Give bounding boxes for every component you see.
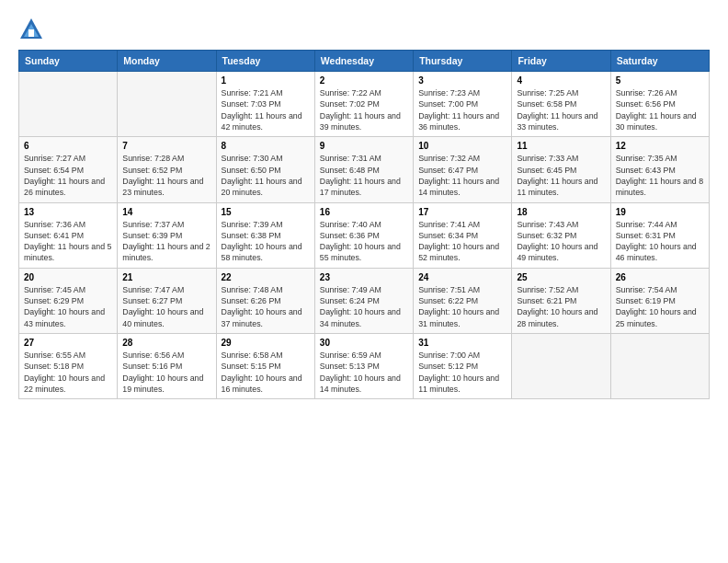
calendar-cell	[512, 334, 610, 399]
day-info: Sunrise: 7:47 AMSunset: 6:27 PMDaylight:…	[122, 284, 210, 329]
day-info: Sunrise: 7:48 AMSunset: 6:26 PMDaylight:…	[222, 284, 310, 329]
day-number: 5	[616, 75, 704, 86]
day-info: Sunrise: 7:45 AMSunset: 6:29 PMDaylight:…	[24, 284, 112, 329]
day-info: Sunrise: 7:33 AMSunset: 6:45 PMDaylight:…	[517, 153, 605, 198]
calendar-cell: 18Sunrise: 7:43 AMSunset: 6:32 PMDayligh…	[512, 202, 610, 268]
calendar-cell: 6Sunrise: 7:27 AMSunset: 6:54 PMDaylight…	[19, 137, 118, 202]
day-info: Sunrise: 7:26 AMSunset: 6:56 PMDaylight:…	[616, 87, 704, 132]
calendar-cell: 26Sunrise: 7:54 AMSunset: 6:19 PMDayligh…	[610, 268, 709, 333]
day-info: Sunrise: 7:51 AMSunset: 6:22 PMDaylight:…	[418, 284, 506, 329]
day-info: Sunrise: 7:36 AMSunset: 6:41 PMDaylight:…	[24, 219, 112, 264]
calendar-cell: 15Sunrise: 7:39 AMSunset: 6:38 PMDayligh…	[216, 202, 314, 268]
day-info: Sunrise: 7:25 AMSunset: 6:58 PMDaylight:…	[517, 87, 605, 132]
calendar-cell: 8Sunrise: 7:30 AMSunset: 6:50 PMDaylight…	[216, 137, 314, 202]
day-info: Sunrise: 6:55 AMSunset: 5:18 PMDaylight:…	[24, 350, 112, 395]
calendar-cell: 31Sunrise: 7:00 AMSunset: 5:12 PMDayligh…	[414, 334, 512, 399]
calendar-cell: 27Sunrise: 6:55 AMSunset: 5:18 PMDayligh…	[19, 334, 118, 399]
day-info: Sunrise: 7:52 AMSunset: 6:21 PMDaylight:…	[517, 284, 605, 329]
calendar-cell: 16Sunrise: 7:40 AMSunset: 6:36 PMDayligh…	[314, 202, 413, 268]
day-number: 24	[418, 272, 506, 282]
calendar-cell: 7Sunrise: 7:28 AMSunset: 6:52 PMDaylight…	[118, 137, 216, 202]
day-number: 25	[517, 272, 605, 282]
day-info: Sunrise: 7:40 AMSunset: 6:36 PMDaylight:…	[320, 219, 408, 264]
calendar-cell: 13Sunrise: 7:36 AMSunset: 6:41 PMDayligh…	[19, 202, 118, 268]
day-number: 19	[616, 207, 704, 217]
calendar-cell: 11Sunrise: 7:33 AMSunset: 6:45 PMDayligh…	[512, 137, 610, 202]
day-number: 9	[320, 141, 408, 151]
day-number: 4	[517, 75, 605, 86]
day-info: Sunrise: 7:30 AMSunset: 6:50 PMDaylight:…	[222, 153, 310, 198]
day-number: 10	[418, 141, 506, 151]
day-info: Sunrise: 6:56 AMSunset: 5:16 PMDaylight:…	[122, 350, 210, 395]
calendar-cell: 19Sunrise: 7:44 AMSunset: 6:31 PMDayligh…	[610, 202, 709, 268]
calendar-cell: 20Sunrise: 7:45 AMSunset: 6:29 PMDayligh…	[19, 268, 118, 333]
calendar-cell: 17Sunrise: 7:41 AMSunset: 6:34 PMDayligh…	[414, 202, 512, 268]
day-info: Sunrise: 7:35 AMSunset: 6:43 PMDaylight:…	[616, 153, 704, 198]
day-number: 16	[320, 207, 408, 217]
day-info: Sunrise: 7:28 AMSunset: 6:52 PMDaylight:…	[122, 153, 210, 198]
day-info: Sunrise: 7:21 AMSunset: 7:03 PMDaylight:…	[222, 87, 310, 132]
calendar-table: SundayMondayTuesdayWednesdayThursdayFrid…	[18, 50, 710, 399]
weekday-header-monday: Monday	[118, 51, 216, 72]
calendar-cell: 21Sunrise: 7:47 AMSunset: 6:27 PMDayligh…	[118, 268, 216, 333]
day-number: 22	[222, 272, 310, 282]
calendar-cell	[610, 334, 709, 399]
weekday-header-friday: Friday	[512, 51, 610, 72]
calendar-cell: 25Sunrise: 7:52 AMSunset: 6:21 PMDayligh…	[512, 268, 610, 333]
day-number: 20	[24, 272, 112, 282]
weekday-header-wednesday: Wednesday	[314, 51, 413, 72]
day-number: 21	[122, 272, 210, 282]
day-number: 29	[222, 338, 310, 348]
day-info: Sunrise: 7:32 AMSunset: 6:47 PMDaylight:…	[418, 153, 506, 198]
calendar-cell: 24Sunrise: 7:51 AMSunset: 6:22 PMDayligh…	[414, 268, 512, 333]
day-number: 31	[418, 338, 506, 348]
day-info: Sunrise: 7:27 AMSunset: 6:54 PMDaylight:…	[24, 153, 112, 198]
day-number: 14	[122, 207, 210, 217]
calendar-cell	[19, 72, 118, 137]
day-info: Sunrise: 6:59 AMSunset: 5:13 PMDaylight:…	[320, 350, 408, 395]
day-number: 30	[320, 338, 408, 348]
day-number: 15	[222, 207, 310, 217]
day-number: 7	[122, 141, 210, 151]
day-number: 27	[24, 338, 112, 348]
logo-icon	[18, 17, 44, 42]
calendar-cell: 9Sunrise: 7:31 AMSunset: 6:48 PMDaylight…	[314, 137, 413, 202]
day-info: Sunrise: 7:22 AMSunset: 7:02 PMDaylight:…	[320, 87, 408, 132]
page-header	[18, 17, 710, 42]
weekday-header-saturday: Saturday	[610, 51, 709, 72]
day-info: Sunrise: 7:00 AMSunset: 5:12 PMDaylight:…	[418, 350, 506, 395]
day-info: Sunrise: 7:43 AMSunset: 6:32 PMDaylight:…	[517, 219, 605, 264]
svg-rect-2	[28, 29, 34, 37]
day-info: Sunrise: 7:39 AMSunset: 6:38 PMDaylight:…	[222, 219, 310, 264]
calendar-cell: 10Sunrise: 7:32 AMSunset: 6:47 PMDayligh…	[414, 137, 512, 202]
day-number: 8	[222, 141, 310, 151]
logo	[18, 17, 48, 42]
day-info: Sunrise: 7:41 AMSunset: 6:34 PMDaylight:…	[418, 219, 506, 264]
day-number: 13	[24, 207, 112, 217]
calendar-cell: 2Sunrise: 7:22 AMSunset: 7:02 PMDaylight…	[314, 72, 413, 137]
day-number: 1	[222, 75, 310, 86]
day-info: Sunrise: 7:54 AMSunset: 6:19 PMDaylight:…	[616, 284, 704, 329]
day-info: Sunrise: 7:49 AMSunset: 6:24 PMDaylight:…	[320, 284, 408, 329]
day-number: 23	[320, 272, 408, 282]
calendar-cell: 22Sunrise: 7:48 AMSunset: 6:26 PMDayligh…	[216, 268, 314, 333]
day-info: Sunrise: 6:58 AMSunset: 5:15 PMDaylight:…	[222, 350, 310, 395]
day-info: Sunrise: 7:31 AMSunset: 6:48 PMDaylight:…	[320, 153, 408, 198]
calendar-cell: 1Sunrise: 7:21 AMSunset: 7:03 PMDaylight…	[216, 72, 314, 137]
calendar-cell: 4Sunrise: 7:25 AMSunset: 6:58 PMDaylight…	[512, 72, 610, 137]
weekday-header-tuesday: Tuesday	[216, 51, 314, 72]
calendar-cell: 14Sunrise: 7:37 AMSunset: 6:39 PMDayligh…	[118, 202, 216, 268]
day-number: 3	[418, 75, 506, 86]
calendar-cell: 30Sunrise: 6:59 AMSunset: 5:13 PMDayligh…	[314, 334, 413, 399]
day-info: Sunrise: 7:37 AMSunset: 6:39 PMDaylight:…	[122, 219, 210, 264]
day-number: 11	[517, 141, 605, 151]
weekday-header-sunday: Sunday	[19, 51, 118, 72]
calendar-cell: 3Sunrise: 7:23 AMSunset: 7:00 PMDaylight…	[414, 72, 512, 137]
calendar-cell	[118, 72, 216, 137]
day-number: 12	[616, 141, 704, 151]
day-number: 28	[122, 338, 210, 348]
calendar-cell: 5Sunrise: 7:26 AMSunset: 6:56 PMDaylight…	[610, 72, 709, 137]
day-number: 26	[616, 272, 704, 282]
calendar-cell: 23Sunrise: 7:49 AMSunset: 6:24 PMDayligh…	[314, 268, 413, 333]
day-info: Sunrise: 7:44 AMSunset: 6:31 PMDaylight:…	[616, 219, 704, 264]
